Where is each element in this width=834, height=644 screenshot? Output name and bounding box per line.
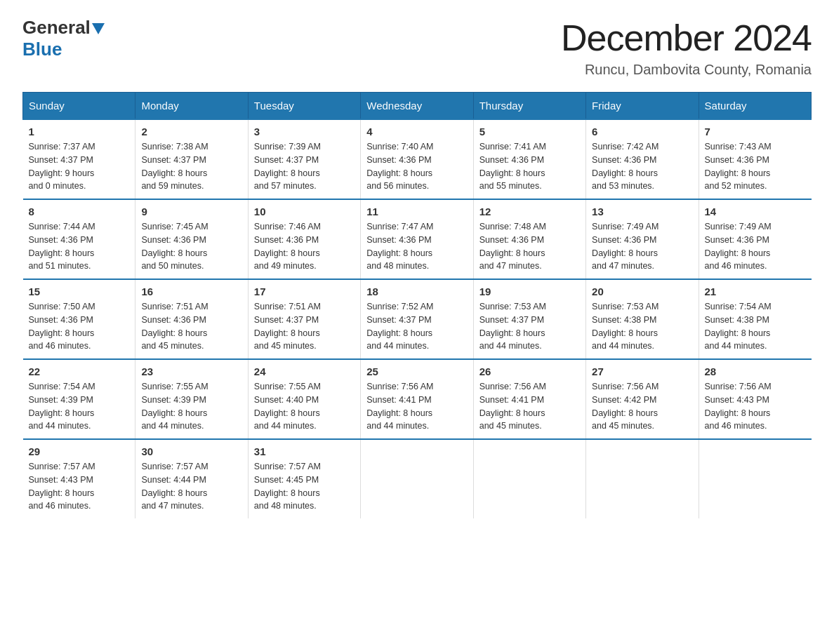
table-row: 30 Sunrise: 7:57 AMSunset: 4:44 PMDaylig… bbox=[135, 439, 248, 518]
table-row: 18 Sunrise: 7:52 AMSunset: 4:37 PMDaylig… bbox=[361, 279, 473, 359]
table-row: 26 Sunrise: 7:56 AMSunset: 4:41 PMDaylig… bbox=[473, 359, 585, 439]
day-number: 16 bbox=[141, 286, 241, 297]
day-number: 13 bbox=[592, 206, 692, 217]
day-number: 9 bbox=[141, 206, 241, 217]
day-info: Sunrise: 7:38 AMSunset: 4:37 PMDaylight:… bbox=[141, 140, 241, 193]
day-number: 6 bbox=[592, 126, 692, 137]
table-row: 16 Sunrise: 7:51 AMSunset: 4:36 PMDaylig… bbox=[135, 279, 248, 359]
table-row: 6 Sunrise: 7:42 AMSunset: 4:36 PMDayligh… bbox=[586, 119, 699, 199]
day-info: Sunrise: 7:43 AMSunset: 4:36 PMDaylight:… bbox=[705, 140, 806, 193]
day-info: Sunrise: 7:57 AMSunset: 4:44 PMDaylight:… bbox=[141, 460, 241, 513]
title-section: December 2024 Runcu, Dambovita County, R… bbox=[561, 17, 812, 78]
header-sunday: Sunday bbox=[23, 93, 135, 120]
day-info: Sunrise: 7:56 AMSunset: 4:41 PMDaylight:… bbox=[479, 380, 580, 433]
day-number: 10 bbox=[254, 206, 355, 217]
day-info: Sunrise: 7:41 AMSunset: 4:36 PMDaylight:… bbox=[479, 140, 580, 193]
table-row: 9 Sunrise: 7:45 AMSunset: 4:36 PMDayligh… bbox=[135, 199, 248, 279]
logo-arrow-icon bbox=[92, 23, 105, 34]
table-row: 12 Sunrise: 7:48 AMSunset: 4:36 PMDaylig… bbox=[473, 199, 585, 279]
day-number: 31 bbox=[254, 445, 355, 457]
calendar-week-row: 22 Sunrise: 7:54 AMSunset: 4:39 PMDaylig… bbox=[23, 359, 812, 439]
logo: General Blue bbox=[22, 17, 105, 60]
day-info: Sunrise: 7:56 AMSunset: 4:43 PMDaylight:… bbox=[705, 380, 806, 433]
table-row bbox=[699, 439, 811, 518]
table-row: 17 Sunrise: 7:51 AMSunset: 4:37 PMDaylig… bbox=[248, 279, 360, 359]
table-row: 19 Sunrise: 7:53 AMSunset: 4:37 PMDaylig… bbox=[473, 279, 585, 359]
table-row: 10 Sunrise: 7:46 AMSunset: 4:36 PMDaylig… bbox=[248, 199, 360, 279]
calendar-week-row: 1 Sunrise: 7:37 AMSunset: 4:37 PMDayligh… bbox=[23, 119, 812, 199]
table-row bbox=[473, 439, 585, 518]
table-row: 27 Sunrise: 7:56 AMSunset: 4:42 PMDaylig… bbox=[586, 359, 699, 439]
day-number: 4 bbox=[366, 126, 467, 137]
table-row: 15 Sunrise: 7:50 AMSunset: 4:36 PMDaylig… bbox=[23, 279, 135, 359]
day-number: 18 bbox=[366, 286, 467, 297]
day-info: Sunrise: 7:53 AMSunset: 4:38 PMDaylight:… bbox=[592, 300, 692, 353]
day-info: Sunrise: 7:52 AMSunset: 4:37 PMDaylight:… bbox=[366, 300, 467, 353]
day-info: Sunrise: 7:54 AMSunset: 4:38 PMDaylight:… bbox=[705, 300, 806, 353]
day-number: 3 bbox=[254, 126, 355, 137]
day-number: 20 bbox=[592, 286, 692, 297]
page-header: General Blue December 2024 Runcu, Dambov… bbox=[22, 17, 812, 78]
table-row: 24 Sunrise: 7:55 AMSunset: 4:40 PMDaylig… bbox=[248, 359, 360, 439]
day-number: 5 bbox=[479, 126, 580, 137]
day-number: 29 bbox=[29, 445, 130, 457]
day-info: Sunrise: 7:49 AMSunset: 4:36 PMDaylight:… bbox=[592, 220, 692, 273]
day-number: 27 bbox=[592, 365, 692, 377]
table-row: 3 Sunrise: 7:39 AMSunset: 4:37 PMDayligh… bbox=[248, 119, 360, 199]
header-tuesday: Tuesday bbox=[248, 93, 360, 120]
table-row: 5 Sunrise: 7:41 AMSunset: 4:36 PMDayligh… bbox=[473, 119, 585, 199]
table-row: 7 Sunrise: 7:43 AMSunset: 4:36 PMDayligh… bbox=[699, 119, 811, 199]
day-info: Sunrise: 7:51 AMSunset: 4:37 PMDaylight:… bbox=[254, 300, 355, 353]
day-info: Sunrise: 7:48 AMSunset: 4:36 PMDaylight:… bbox=[479, 220, 580, 273]
header-monday: Monday bbox=[135, 93, 248, 120]
table-row: 14 Sunrise: 7:49 AMSunset: 4:36 PMDaylig… bbox=[699, 199, 811, 279]
logo-blue-text: Blue bbox=[22, 39, 62, 60]
calendar-header-row: Sunday Monday Tuesday Wednesday Thursday… bbox=[23, 93, 812, 120]
table-row: 28 Sunrise: 7:56 AMSunset: 4:43 PMDaylig… bbox=[699, 359, 811, 439]
calendar-week-row: 8 Sunrise: 7:44 AMSunset: 4:36 PMDayligh… bbox=[23, 199, 812, 279]
day-info: Sunrise: 7:39 AMSunset: 4:37 PMDaylight:… bbox=[254, 140, 355, 193]
table-row: 4 Sunrise: 7:40 AMSunset: 4:36 PMDayligh… bbox=[361, 119, 473, 199]
table-row: 8 Sunrise: 7:44 AMSunset: 4:36 PMDayligh… bbox=[23, 199, 135, 279]
header-thursday: Thursday bbox=[473, 93, 585, 120]
day-number: 17 bbox=[254, 286, 355, 297]
table-row bbox=[361, 439, 473, 518]
day-info: Sunrise: 7:49 AMSunset: 4:36 PMDaylight:… bbox=[705, 220, 806, 273]
day-info: Sunrise: 7:45 AMSunset: 4:36 PMDaylight:… bbox=[141, 220, 241, 273]
table-row bbox=[586, 439, 699, 518]
table-row: 13 Sunrise: 7:49 AMSunset: 4:36 PMDaylig… bbox=[586, 199, 699, 279]
day-info: Sunrise: 7:44 AMSunset: 4:36 PMDaylight:… bbox=[29, 220, 130, 273]
header-wednesday: Wednesday bbox=[361, 93, 473, 120]
day-number: 1 bbox=[29, 126, 130, 137]
day-number: 12 bbox=[479, 206, 580, 217]
day-number: 14 bbox=[705, 206, 806, 217]
day-number: 26 bbox=[479, 365, 580, 377]
calendar-table: Sunday Monday Tuesday Wednesday Thursday… bbox=[22, 92, 812, 518]
day-info: Sunrise: 7:54 AMSunset: 4:39 PMDaylight:… bbox=[29, 380, 130, 433]
day-info: Sunrise: 7:40 AMSunset: 4:36 PMDaylight:… bbox=[366, 140, 467, 193]
day-number: 8 bbox=[29, 206, 130, 217]
day-number: 2 bbox=[141, 126, 241, 137]
table-row: 1 Sunrise: 7:37 AMSunset: 4:37 PMDayligh… bbox=[23, 119, 135, 199]
table-row: 31 Sunrise: 7:57 AMSunset: 4:45 PMDaylig… bbox=[248, 439, 360, 518]
day-number: 7 bbox=[705, 126, 806, 137]
day-info: Sunrise: 7:53 AMSunset: 4:37 PMDaylight:… bbox=[479, 300, 580, 353]
location-text: Runcu, Dambovita County, Romania bbox=[561, 62, 812, 78]
day-info: Sunrise: 7:46 AMSunset: 4:36 PMDaylight:… bbox=[254, 220, 355, 273]
day-info: Sunrise: 7:47 AMSunset: 4:36 PMDaylight:… bbox=[366, 220, 467, 273]
table-row: 11 Sunrise: 7:47 AMSunset: 4:36 PMDaylig… bbox=[361, 199, 473, 279]
table-row: 20 Sunrise: 7:53 AMSunset: 4:38 PMDaylig… bbox=[586, 279, 699, 359]
day-number: 21 bbox=[705, 286, 806, 297]
table-row: 2 Sunrise: 7:38 AMSunset: 4:37 PMDayligh… bbox=[135, 119, 248, 199]
day-number: 19 bbox=[479, 286, 580, 297]
header-saturday: Saturday bbox=[699, 93, 811, 120]
day-number: 22 bbox=[29, 365, 130, 377]
day-number: 24 bbox=[254, 365, 355, 377]
month-title: December 2024 bbox=[561, 17, 812, 59]
table-row: 23 Sunrise: 7:55 AMSunset: 4:39 PMDaylig… bbox=[135, 359, 248, 439]
day-number: 25 bbox=[366, 365, 467, 377]
table-row: 21 Sunrise: 7:54 AMSunset: 4:38 PMDaylig… bbox=[699, 279, 811, 359]
day-info: Sunrise: 7:50 AMSunset: 4:36 PMDaylight:… bbox=[29, 300, 130, 353]
calendar-week-row: 29 Sunrise: 7:57 AMSunset: 4:43 PMDaylig… bbox=[23, 439, 812, 518]
day-number: 23 bbox=[141, 365, 241, 377]
